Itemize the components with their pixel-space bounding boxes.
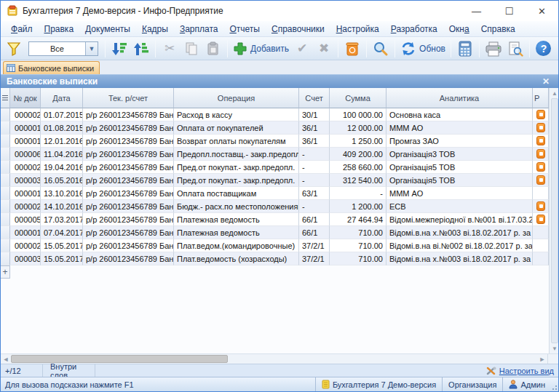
note-icon[interactable] <box>536 136 545 145</box>
status-user[interactable]: Админ <box>502 377 551 391</box>
delete-button[interactable] <box>342 39 362 59</box>
table-row[interactable]: 000006 11.04.2016 р/р 2600123456789 Банк… <box>1 148 549 161</box>
row-selector[interactable] <box>1 213 10 226</box>
paste-button[interactable] <box>203 39 223 59</box>
table-row[interactable]: 000005 17.03.2017 р/р 2600123456789 Банк… <box>1 213 549 226</box>
maximize-button[interactable]: ☐ <box>493 1 526 21</box>
refresh-button[interactable]: Обнов <box>399 39 447 59</box>
scroll-down-icon[interactable]: ▼ <box>550 343 559 353</box>
add-row-button[interactable]: + <box>1 265 10 279</box>
cell-doc-number: 000002 <box>10 108 41 121</box>
note-icon[interactable] <box>536 123 545 132</box>
row-selector[interactable] <box>1 108 10 121</box>
minimize-button[interactable]: — <box>460 1 493 21</box>
table-row[interactable]: 000002 01.07.2015 р/р 2600123456789 Банк… <box>1 108 549 121</box>
menu-item[interactable]: Справочники <box>266 23 330 36</box>
menu-item[interactable]: Документы <box>79 23 136 36</box>
column-header-account[interactable]: Тек. р/счет <box>83 88 174 108</box>
calculator-icon <box>458 41 472 57</box>
row-selector-header[interactable] <box>1 88 10 108</box>
menu-item[interactable]: Окна <box>443 23 475 36</box>
filter-dropdown[interactable]: Все ▼ <box>28 41 98 56</box>
column-header-schet[interactable]: Счет <box>299 88 330 108</box>
search-button[interactable] <box>370 39 391 59</box>
cell-analytics: Відомі.межперіодної в.№001 ві.17.03.20 <box>386 213 533 226</box>
menu-item[interactable]: Зарплата <box>174 23 224 36</box>
row-selector[interactable] <box>1 148 10 161</box>
vertical-scrollbar-thumb[interactable] <box>551 98 558 343</box>
note-icon[interactable] <box>536 215 545 224</box>
scroll-up-icon[interactable]: ▲ <box>550 88 559 98</box>
row-selector[interactable] <box>1 226 10 239</box>
cell-operation: Расход в кассу <box>174 108 299 121</box>
search-mode[interactable]: Внутри слов <box>43 364 95 377</box>
menu-item[interactable]: Отчеты <box>223 23 266 36</box>
tab-bank-statements[interactable]: Банковские выписки <box>3 61 100 74</box>
note-icon[interactable] <box>536 201 545 211</box>
record-counter[interactable]: +/12 <box>1 364 43 377</box>
sort-ascending-button[interactable] <box>131 39 151 59</box>
horizontal-scrollbar-thumb[interactable] <box>11 355 228 363</box>
print-preview-button[interactable] <box>505 39 526 59</box>
configure-view[interactable]: Настроить вид <box>486 367 558 375</box>
note-icon[interactable] <box>536 149 545 159</box>
cell-flag <box>533 148 549 161</box>
chevron-down-icon[interactable]: ▼ <box>85 42 98 55</box>
menu-item[interactable]: Файл <box>5 23 39 36</box>
filter-button[interactable] <box>4 39 24 59</box>
horizontal-scrollbar-track[interactable] <box>228 354 537 364</box>
configure-view-link[interactable]: Настроить вид <box>499 367 554 375</box>
table-row[interactable]: 000002 14.10.2016 р/р 2600123456789 Банк… <box>1 200 549 213</box>
menu-item[interactable]: Настройка <box>330 23 385 36</box>
column-header-date[interactable]: Дата <box>41 88 83 108</box>
table-row[interactable]: 000001 13.10.2016 р/р 2600123456789 Банк… <box>1 187 549 200</box>
note-icon[interactable] <box>536 175 545 185</box>
row-selector[interactable] <box>1 252 10 265</box>
scroll-right-icon[interactable]: ► <box>537 354 547 364</box>
cut-button[interactable]: ✂ <box>159 39 180 59</box>
cell-operation: Бюдж.- расх.по местоположениям <box>174 200 299 213</box>
column-header-r[interactable]: Р <box>533 88 549 108</box>
sort-descending-button[interactable] <box>109 39 130 59</box>
table-row[interactable]: 000001 12.01.2016 р/р 2600123456789 Банк… <box>1 135 549 148</box>
note-icon[interactable] <box>536 110 545 119</box>
column-header-analytics[interactable]: Аналитика <box>386 88 533 108</box>
column-header-doc[interactable]: № док <box>10 88 41 108</box>
close-button[interactable]: ✕ <box>526 1 558 21</box>
table-row[interactable]: 000003 16.05.2016 р/р 2600123456789 Банк… <box>1 174 549 187</box>
row-selector[interactable] <box>1 174 10 187</box>
menu-item[interactable]: Правка <box>39 23 80 36</box>
table-row[interactable]: 000001 07.04.2017 р/р 2600123456789 Банк… <box>1 226 549 239</box>
row-selector[interactable] <box>1 121 10 135</box>
table-row[interactable]: 000002 15.05.2017 р/р 2600123456789 Банк… <box>1 239 549 252</box>
panel-close-icon[interactable]: ✕ <box>539 76 552 87</box>
resize-grip[interactable] <box>551 377 558 391</box>
help-button[interactable]: ? <box>534 39 554 59</box>
cell-schet: 30/1 <box>299 108 330 121</box>
add-button[interactable]: Добавить <box>231 39 290 59</box>
row-selector[interactable] <box>1 239 10 252</box>
table-row[interactable]: 000001 01.08.2015 р/р 2600123456789 Банк… <box>1 121 549 135</box>
row-selector[interactable] <box>1 135 10 148</box>
menu-item[interactable]: Справка <box>475 23 521 36</box>
calculator-button[interactable] <box>455 39 475 59</box>
note-icon[interactable] <box>536 162 545 172</box>
table-row[interactable]: 000002 19.04.2016 р/р 2600123456789 Банк… <box>1 161 549 174</box>
scroll-left-icon[interactable]: ◄ <box>1 354 11 364</box>
status-organization[interactable]: Организация <box>442 377 502 391</box>
row-selector[interactable] <box>1 187 10 200</box>
column-header-operation[interactable]: Операция <box>174 88 299 108</box>
confirm-button[interactable]: ✔ <box>292 39 312 59</box>
vertical-scrollbar[interactable]: ▲ ▼ <box>549 88 559 353</box>
row-selector[interactable] <box>1 200 10 213</box>
cancel-button[interactable]: ✖ <box>314 39 334 59</box>
menu-item[interactable]: Разработка <box>385 23 443 36</box>
column-header-summa[interactable]: Сумма <box>330 88 386 108</box>
copy-button[interactable] <box>181 39 202 59</box>
status-app[interactable]: Бухгалтерия 7 Демо-версия <box>315 377 442 391</box>
cell-flag <box>533 161 549 174</box>
menu-item[interactable]: Кадры <box>136 23 174 36</box>
row-selector[interactable] <box>1 161 10 174</box>
print-button[interactable] <box>483 39 504 59</box>
table-row[interactable]: 000003 15.05.2017 р/р 2600123456789 Банк… <box>1 252 549 265</box>
